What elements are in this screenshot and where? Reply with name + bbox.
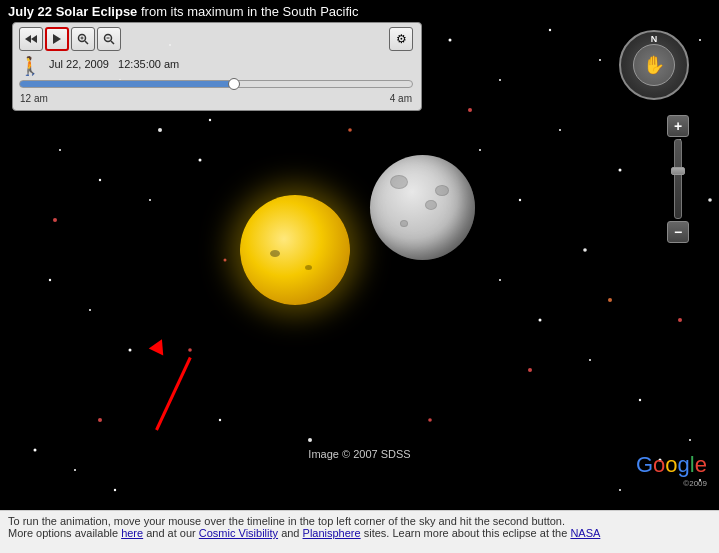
svg-point-21 [89, 309, 91, 311]
timeline-thumb[interactable] [228, 78, 240, 90]
svg-point-29 [689, 439, 691, 441]
sun [240, 195, 350, 305]
svg-point-26 [539, 319, 542, 322]
svg-point-16 [519, 199, 521, 201]
svg-point-13 [149, 199, 151, 201]
svg-point-11 [59, 149, 61, 151]
svg-point-32 [114, 489, 116, 491]
svg-point-36 [53, 218, 57, 222]
svg-point-30 [34, 449, 37, 452]
planisphere-link[interactable]: Planisphere [303, 527, 361, 539]
title-bold: July 22 Solar Eclipse [8, 4, 137, 19]
start-time-label: 12 am [20, 93, 48, 104]
svg-point-12 [99, 179, 101, 181]
svg-point-22 [129, 349, 132, 352]
bottom-middle: and at our [143, 527, 199, 539]
svg-point-40 [608, 298, 612, 302]
svg-line-59 [111, 41, 114, 44]
compass-center[interactable]: ✋ [633, 44, 675, 86]
zoom-slider-track[interactable] [674, 139, 682, 219]
person-icon: 🚶 [19, 55, 41, 77]
svg-point-5 [449, 39, 452, 42]
svg-point-39 [98, 418, 102, 422]
svg-point-28 [639, 399, 641, 401]
svg-point-45 [678, 318, 682, 322]
svg-point-18 [619, 169, 622, 172]
svg-point-50 [708, 198, 712, 202]
bottom-line-1: To run the animation, move your mouse ov… [8, 515, 711, 527]
title-rest: from its maximum in the South Pacific [141, 4, 358, 19]
svg-marker-51 [25, 35, 31, 43]
zoom-out-timeline-button[interactable] [97, 27, 121, 51]
moon [370, 155, 475, 260]
svg-point-38 [528, 368, 532, 372]
svg-point-6 [499, 79, 501, 81]
rewind-button[interactable] [19, 27, 43, 51]
compass-hand-icon: ✋ [643, 54, 665, 76]
svg-point-43 [348, 128, 352, 132]
bottom-prefix: More options available [8, 527, 121, 539]
compass-ring: N ✋ [619, 30, 689, 100]
zoom-in-timeline-button[interactable] [71, 27, 95, 51]
bottom-line-2: More options available here and at our C… [8, 527, 711, 539]
timeline-slider[interactable] [19, 77, 413, 91]
sun-spot [270, 250, 280, 257]
svg-point-31 [74, 469, 76, 471]
control-buttons-row: ⚙ [19, 27, 413, 51]
svg-point-25 [499, 279, 501, 281]
settings-button[interactable]: ⚙ [389, 27, 413, 51]
svg-point-48 [583, 248, 587, 252]
bottom-and: and [278, 527, 302, 539]
moon-crater [390, 175, 408, 189]
svg-point-41 [188, 348, 192, 352]
svg-point-7 [549, 29, 551, 31]
svg-point-27 [589, 359, 591, 361]
compass-north-label: N [651, 34, 658, 44]
svg-point-4 [209, 119, 211, 121]
time-labels: 12 am 4 am [19, 93, 413, 104]
google-logo: Google [636, 452, 707, 478]
zoom-in-button[interactable]: + [667, 115, 689, 137]
svg-point-15 [479, 149, 481, 151]
title-bar: July 22 Solar Eclipse from its maximum i… [0, 0, 719, 23]
svg-point-49 [308, 438, 312, 442]
svg-point-42 [428, 418, 432, 422]
svg-point-37 [468, 108, 472, 112]
timeline-track [19, 80, 413, 88]
svg-point-10 [699, 39, 701, 41]
svg-marker-53 [53, 34, 61, 44]
cosmic-link[interactable]: Cosmic Visibility [199, 527, 278, 539]
image-credit: Image © 2007 SDSS [308, 448, 410, 460]
copyright-text: ©2009 [683, 479, 707, 488]
svg-point-44 [224, 259, 227, 262]
svg-line-55 [85, 41, 88, 44]
end-time-label: 4 am [390, 93, 412, 104]
zoom-out-button[interactable]: − [667, 221, 689, 243]
svg-point-14 [199, 159, 202, 162]
compass-widget[interactable]: N ✋ [619, 30, 689, 100]
sun-spot [305, 265, 312, 270]
moon-crater [400, 220, 408, 227]
play-button[interactable] [45, 27, 69, 51]
nasa-link[interactable]: NASA [570, 527, 600, 539]
moon-crater [435, 185, 449, 196]
svg-point-46 [158, 128, 162, 132]
date-text: Jul 22, 2009 [49, 58, 109, 70]
moon-crater [425, 200, 437, 210]
bottom-suffix: sites. Learn more about this eclipse at … [361, 527, 571, 539]
zoom-slider-thumb[interactable] [671, 167, 685, 175]
timeline-controls: ⚙ 🚶 Jul 22, 2009 12:35:00 am 12 am 4 am [12, 22, 422, 111]
svg-marker-52 [31, 35, 37, 43]
time-text: 12:35:00 am [118, 58, 179, 70]
zoom-controls: + − [667, 115, 689, 243]
svg-point-17 [559, 129, 561, 131]
svg-point-24 [219, 419, 221, 421]
svg-point-35 [619, 489, 621, 491]
date-display: Jul 22, 2009 12:35:00 am [47, 58, 179, 70]
svg-point-20 [49, 279, 51, 281]
bottom-bar: To run the animation, move your mouse ov… [0, 510, 719, 553]
here-link[interactable]: here [121, 527, 143, 539]
svg-point-8 [599, 59, 601, 61]
